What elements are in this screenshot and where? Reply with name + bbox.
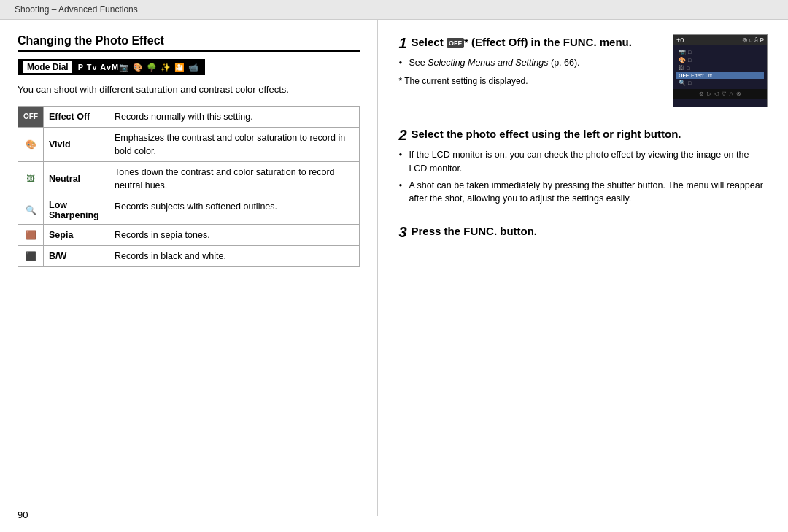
camera-top-bar: +0 ⊚ ○ â P — [673, 35, 767, 45]
step-2-header: 2 Select the photo effect using the left… — [398, 126, 768, 144]
step-1-title: Select OFF* (Effect Off) in the FUNC. me… — [412, 34, 632, 50]
step-2-title: Select the photo effect using the left o… — [412, 126, 681, 142]
camera-menu-item-selected: OFF Effect Off — [676, 72, 764, 79]
effect-name-lowsharp: LowSharpening — [44, 196, 109, 225]
camera-exposure: +0 — [676, 36, 684, 44]
effect-name-vivid: Vivid — [44, 127, 109, 161]
camera-bottom-icon: ⊚ — [699, 90, 704, 97]
camera-menu-item: 🔍 □ — [676, 79, 764, 87]
step-1-bullets: See Selecting Menus and Settings (p. 66)… — [398, 56, 768, 70]
effect-desc-bw: Records in black and white. — [109, 246, 360, 267]
step-3-header: 3 Press the FUNC. button. — [398, 223, 768, 241]
camera-icons-right: ⊚ ○ â P — [742, 36, 764, 44]
func-icon-off: OFF — [447, 38, 464, 49]
camera-menu-item: 📷 □ — [676, 48, 764, 56]
table-row: ⬛ B/W Records in black and white. — [18, 246, 360, 267]
intro-text: You can shoot with different saturation … — [18, 82, 360, 97]
effect-desc-vivid: Emphasizes the contrast and color satura… — [109, 127, 360, 161]
table-row: 🖼 Neutral Tones down the contrast and co… — [18, 161, 360, 196]
camera-bottom-bar: ⊚ ▷ ◁ ▽ △ ⊗ — [673, 89, 767, 99]
step-1-block: +0 ⊚ ○ â P 📷 □ — [398, 34, 768, 113]
page-header: Shooting – Advanced Functions — [0, 0, 788, 20]
effect-name-neutral: Neutral — [44, 161, 109, 196]
camera-bottom-icon: ▽ — [722, 90, 726, 97]
mode-dial-icons: P Tv AvM📷 🎨 🌳 ✨ 🎦 📹 — [78, 63, 200, 72]
step-3-number: 3 — [398, 223, 406, 241]
effect-icon-sepia: 🟫 — [18, 225, 44, 246]
section-title: Changing the Photo Effect — [18, 34, 360, 52]
effects-table: OFF Effect Off Records normally with thi… — [18, 106, 360, 268]
bullet-item: A shot can be taken immediately by press… — [398, 179, 768, 207]
effect-name-bw: B/W — [44, 246, 109, 267]
page-content: Changing the Photo Effect Mode Dial P Tv… — [0, 20, 788, 516]
left-column: Changing the Photo Effect Mode Dial P Tv… — [0, 20, 378, 516]
effect-icon-off: OFF — [18, 106, 44, 127]
right-column: +0 ⊚ ○ â P 📷 □ — [378, 20, 788, 516]
effect-icon-neutral: 🖼 — [18, 161, 44, 196]
effect-icon-bw: ⬛ — [18, 246, 44, 267]
step-3-block: 3 Press the FUNC. button. — [398, 223, 768, 245]
effect-icon-vivid: 🎨 — [18, 127, 44, 161]
table-row: OFF Effect Off Records normally with thi… — [18, 106, 360, 127]
camera-bottom-icon: ◁ — [714, 90, 719, 97]
bullet-item: If the LCD monitor is on, you can check … — [398, 148, 768, 176]
camera-preview: +0 ⊚ ○ â P 📷 □ — [673, 34, 768, 107]
effect-name-sepia: Sepia — [44, 225, 109, 246]
step-1-header: 1 Select OFF* (Effect Off) in the FUNC. … — [398, 34, 665, 52]
effect-desc-off: Records normally with this setting. — [109, 106, 360, 127]
effect-desc-sepia: Records in sepia tones. — [109, 225, 360, 246]
step-2-number: 2 — [398, 126, 406, 144]
effect-icon-lowsharp: 🔍 — [18, 196, 44, 225]
step-2-bullets: If the LCD monitor is on, you can check … — [398, 148, 768, 206]
effect-desc-lowsharp: Records subjects with softened outlines. — [109, 196, 360, 225]
table-row: 🔍 LowSharpening Records subjects with so… — [18, 196, 360, 225]
bullet-item: See Selecting Menus and Settings (p. 66)… — [398, 56, 768, 70]
page-wrapper: Shooting – Advanced Functions Changing t… — [0, 0, 788, 532]
page-number: 90 — [18, 509, 28, 520]
mode-dial-label: Mode Dial — [23, 61, 72, 73]
table-row: 🎨 Vivid Emphasizes the contrast and colo… — [18, 127, 360, 161]
camera-bottom-icon: ⊗ — [736, 90, 741, 97]
effect-name-off: Effect Off — [44, 106, 109, 127]
step-2-block: 2 Select the photo effect using the left… — [398, 126, 768, 210]
step-1-number: 1 — [398, 34, 406, 52]
mode-dial-bar: Mode Dial P Tv AvM📷 🎨 🌳 ✨ 🎦 📹 — [18, 59, 205, 75]
step-3-title: Press the FUNC. button. — [412, 223, 538, 239]
header-text: Shooting – Advanced Functions — [15, 4, 138, 15]
effect-desc-neutral: Tones down the contrast and color satura… — [109, 161, 360, 196]
table-row: 🟫 Sepia Records in sepia tones. — [18, 225, 360, 246]
camera-bottom-icon: △ — [729, 90, 733, 97]
italic-reference: Selecting Menus and Settings — [428, 58, 548, 68]
camera-bottom-icon: ▷ — [707, 90, 711, 97]
